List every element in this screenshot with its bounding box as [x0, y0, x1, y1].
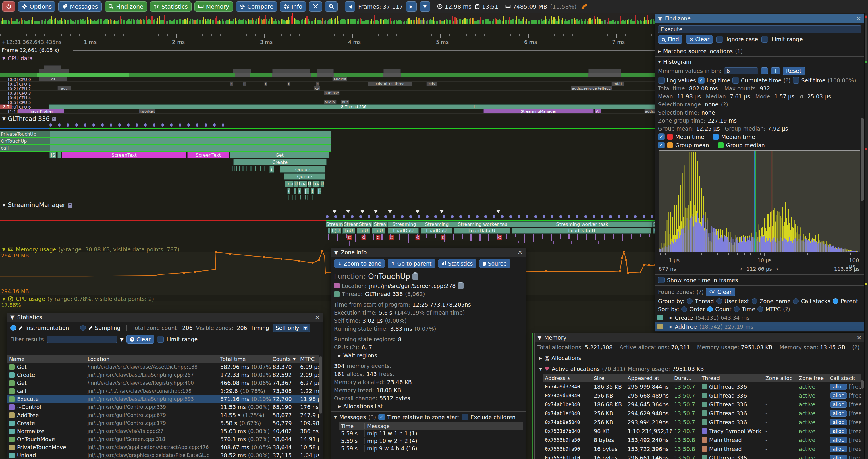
panel-scrollbar[interactable]	[861, 118, 864, 201]
cpu-zone[interactable]: mi.ti	[611, 81, 624, 86]
log-values-checkbox[interactable]	[658, 77, 664, 84]
column-header-location[interactable]: Location	[86, 356, 219, 362]
alloc-button[interactable]: alloc	[830, 401, 847, 407]
allocations-row[interactable]: ▶@ Allocations	[534, 354, 865, 362]
zoom-to-zone-button[interactable]: ↧Zoom to zone	[334, 259, 385, 268]
message-marker-icon[interactable]	[346, 210, 350, 213]
table-row[interactable]: Normalizejni/../jni/src/claw/vfs/Vfs.cpp…	[7, 427, 319, 435]
column-header-name[interactable]: Name	[7, 356, 86, 362]
message-marker-icon[interactable]	[496, 210, 500, 213]
self-time-checkbox[interactable]	[793, 77, 799, 84]
cpu-zone[interactable]: aut	[341, 100, 349, 104]
column-header-mtpc[interactable]: MTPC	[299, 356, 319, 362]
allocation-row[interactable]: 0x74ab9e5040256 KB293,994,219ns13:50.7GL…	[543, 418, 861, 427]
streaming-worker-zone[interactable]: Streaming worker tas	[453, 221, 512, 227]
sort-by-order[interactable]	[681, 306, 687, 312]
matched-locations-row[interactable]: ▶Matched source locations(1)	[655, 47, 864, 55]
gl-zone[interactable]	[260, 166, 261, 171]
gl-zone[interactable]	[300, 195, 301, 199]
cpu-zone[interactable]: kworker/u	[139, 109, 155, 113]
gl-zone[interactable]: (	[287, 188, 290, 194]
loaddata-zone[interactable]: LoadDaU	[388, 228, 419, 234]
gl-zone[interactable]	[234, 166, 235, 171]
gl-zone[interactable]: |~	[305, 188, 309, 194]
gl-zone[interactable]	[57, 152, 61, 158]
expand-icon[interactable]: ▶	[658, 49, 661, 54]
next-frame-button[interactable]: ▶	[406, 1, 417, 12]
group-by-parent[interactable]	[833, 298, 838, 304]
alloc-button[interactable]: alloc	[830, 392, 847, 399]
gl-depth-zone-right[interactable]	[50, 131, 331, 137]
memory-button[interactable]: Memory	[194, 1, 233, 12]
cumulate-time-checkbox[interactable]	[733, 77, 739, 84]
gl-zone[interactable]: (	[311, 188, 314, 194]
cpu-zone[interactable]: c	[230, 81, 233, 86]
cpu-zone[interactable]: c	[264, 81, 268, 86]
gl-zone[interactable]	[316, 195, 317, 199]
table-row[interactable]: AddTreejni/../jni/src/guif/Control.cpp:6…	[7, 411, 319, 419]
allocation-row[interactable]: 0x74ab1ef040256 KB294,629,948ns13:50.7GL…	[543, 409, 861, 418]
allocation-row[interactable]: 0x7553b9fbf016 bytes296,661,146ns13:50.7…	[543, 453, 861, 459]
cpu-zone[interactable]: audios	[332, 77, 347, 81]
cpu-usage-header[interactable]: ▼CPU usage(y-range: 0.78%, visible data …	[2, 296, 154, 302]
expand-icon[interactable]: ▶	[670, 325, 672, 329]
histogram-row[interactable]: ▼Histogram	[655, 58, 864, 66]
message-marker-icon[interactable]	[374, 210, 378, 213]
legend-checkbox[interactable]: ✓	[658, 142, 664, 149]
cpu-zone[interactable]: StreamingManager	[484, 109, 594, 113]
gl-zone[interactable]: Get	[230, 152, 330, 158]
allocation-row[interactable]: 0x74a9d37040186.35 KB295,999,844ns13:50.…	[543, 382, 861, 391]
source-button[interactable]: Source	[479, 259, 510, 268]
clear-filter-button[interactable]: ×Clear	[126, 335, 154, 343]
gl-zone[interactable]	[250, 166, 252, 171]
table-row[interactable]: Createjni/../jni/src/guif/Control.cpp:17…	[7, 419, 319, 427]
gl-depth-zone-left[interactable]: call	[0, 145, 50, 151]
sort-by-time[interactable]	[734, 306, 740, 312]
sort-by-mtpc[interactable]	[757, 306, 763, 312]
prev-frame-button[interactable]: ◀	[345, 1, 355, 12]
frame-dropdown-button[interactable]: ▼	[420, 1, 431, 12]
lock-mark[interactable]: C	[347, 234, 352, 240]
gl-zone[interactable]: U	[294, 181, 298, 187]
table-row[interactable]: Get/mnt/e/claw/src/claw/base/Registry.hp…	[7, 379, 319, 387]
lock-mark[interactable]: C	[376, 234, 380, 240]
glthread-header[interactable]: ▼GLThread 336	[2, 116, 56, 122]
column-header-appeared-at[interactable]: Appeared at	[626, 375, 673, 381]
column-header-thread[interactable]: Thread	[700, 375, 764, 381]
collapse-icon[interactable]: ▼	[334, 249, 338, 256]
group-by-thread[interactable]	[687, 298, 692, 304]
cpu-zone[interactable]: os	[39, 77, 67, 81]
statistics-button[interactable]: Statistics	[438, 259, 476, 268]
table-scrollbar[interactable]	[319, 356, 322, 414]
messages-button[interactable]: Messages	[58, 1, 102, 12]
gl-zone[interactable]: Queue	[280, 166, 326, 172]
message-row[interactable]: 5.59 smip 10 w 2 h 2 (4)	[339, 437, 523, 445]
gl-zone[interactable]: Up	[320, 181, 324, 187]
message-row[interactable]: 5.59 smip 9 w 4 h 4 (16)	[339, 445, 523, 452]
limit-range-checkbox[interactable]	[762, 36, 768, 43]
message-marker-icon[interactable]	[333, 210, 337, 213]
gl-zone[interactable]: !S	[50, 152, 56, 158]
gl-depth-zone-left[interactable]: PrivateTouchUp	[0, 131, 50, 137]
histogram-chart[interactable]	[659, 151, 860, 252]
gl-zone[interactable]	[255, 166, 256, 171]
legend-checkbox[interactable]: ✓	[658, 133, 664, 140]
loaddata-zone[interactable]: |	[328, 228, 330, 234]
gl-zone[interactable]	[288, 195, 289, 199]
allocation-row[interactable]: 0x74ab1be040186.68 KB294,645,364ns13:50.…	[543, 400, 861, 409]
find-button[interactable]: Find	[658, 35, 682, 44]
streaming-worker-zone[interactable]: Streaming	[421, 221, 453, 227]
column-header-address[interactable]: Address▲	[543, 375, 592, 381]
cpu-zone[interactable]: cds_ol_rx_threa	[368, 81, 412, 86]
gl-zone[interactable]	[312, 195, 312, 199]
gl-zone[interactable]: (	[270, 166, 274, 172]
group-by-call-stacks[interactable]	[793, 298, 799, 304]
found-zone-row[interactable]: ▶AddTree(18,542) 227.19 ms	[655, 322, 864, 331]
gl-zone[interactable]: ScreenText	[187, 152, 229, 158]
clear-button[interactable]: ⊘Clear	[686, 35, 713, 44]
gl-zone[interactable]: ScreenText	[62, 152, 186, 158]
filter-funnel-icon[interactable]: ▼	[120, 337, 124, 342]
cpu-zone[interactable]: Tracy Profiler	[18, 109, 64, 113]
gl-zone[interactable]: Create	[233, 159, 327, 165]
memory-titlebar[interactable]: ▼ Memory ×	[534, 333, 865, 342]
